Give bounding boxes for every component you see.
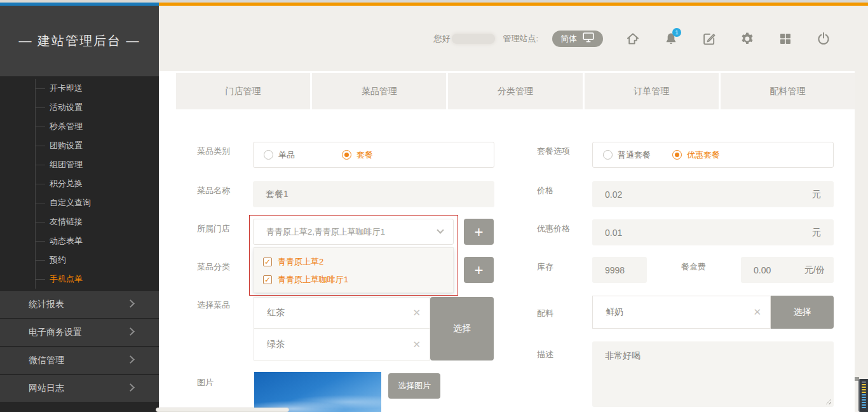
tab-store-management[interactable]: 门店管理: [176, 73, 312, 109]
sidebar-item-friend-links[interactable]: 友情链接: [50, 212, 159, 231]
tab-order-management[interactable]: 订单管理: [585, 73, 721, 109]
discount-price-unit: 元: [812, 219, 821, 245]
ingredients-label: 配料: [537, 308, 553, 319]
monitor-icon: [582, 32, 595, 45]
radio-combo[interactable]: [342, 150, 351, 160]
radio-single-item-label[interactable]: 单品: [278, 149, 295, 161]
edit-button[interactable]: [702, 31, 717, 46]
price-field[interactable]: 0.02 元: [592, 181, 834, 207]
selected-dish-value: 红茶: [267, 307, 285, 319]
sidebar-item-reservation[interactable]: 预约: [50, 251, 159, 270]
box-fee-field[interactable]: 0.00 元/份: [741, 257, 834, 283]
discount-price-field[interactable]: 0.01 元: [592, 219, 834, 245]
notification-badge: 1: [672, 28, 681, 37]
sidebar-section-site-logs[interactable]: 网站日志: [0, 374, 159, 402]
radio-single-item[interactable]: [264, 150, 273, 160]
sidebar-section-statistics[interactable]: 统计报表: [0, 290, 159, 318]
sidebar-section-wechat[interactable]: 微信管理: [0, 346, 159, 374]
price-label: 价格: [537, 185, 553, 196]
select-ingredients-button[interactable]: 选择: [771, 296, 834, 329]
store-label: 所属门店: [197, 223, 230, 235]
page: — 建站管理后台 — 开卡即送 活动设置 秒杀管理 团购设置 组团管理 积分兑换…: [0, 0, 868, 412]
sidebar-sections: 统计报表 电子商务设置 微信管理 网站日志: [0, 290, 159, 402]
dish-name-input[interactable]: [253, 181, 494, 207]
price-unit: 元: [812, 181, 821, 207]
corner-widget: [858, 379, 868, 412]
remove-dish-icon[interactable]: ✕: [412, 339, 421, 350]
box-fee-value: 0.00: [754, 265, 771, 275]
sidebar: — 建站管理后台 — 开卡即送 活动设置 秒杀管理 团购设置 组团管理 积分兑换…: [0, 6, 159, 412]
radio-combo-label[interactable]: 套餐: [356, 149, 373, 161]
username-redacted: [452, 34, 495, 44]
radio-normal-combo[interactable]: [603, 150, 613, 160]
remove-dish-icon[interactable]: ✕: [412, 307, 421, 319]
stock-label: 库存: [537, 261, 553, 273]
description-textarea[interactable]: 非常好喝: [592, 341, 834, 407]
chevron-right-icon: [126, 299, 135, 308]
sidebar-section-label: 统计报表: [29, 299, 64, 310]
language-switch-button[interactable]: 简体: [552, 31, 603, 47]
logout-power-button[interactable]: [816, 31, 831, 46]
sidebar-item-seckill-management[interactable]: 秒杀管理: [50, 117, 159, 136]
chevron-right-icon: [126, 355, 135, 364]
select-image-button[interactable]: 选择图片: [388, 373, 440, 399]
discount-price-label: 优惠价格: [537, 223, 570, 235]
dish-type-radio-group: 单品 套餐: [253, 142, 494, 168]
tab-ingredient-management[interactable]: 配料管理: [721, 73, 855, 109]
store-option-1[interactable]: ✓ 青青原上草2: [263, 253, 453, 271]
store-option-2[interactable]: ✓ 青青原上草咖啡厅1: [263, 271, 453, 289]
sidebar-section-label: 微信管理: [29, 355, 64, 366]
horizontal-scrollbar-thumb[interactable]: [156, 408, 289, 412]
main-header: 您好 管理站点: 简体 1: [159, 6, 868, 71]
app-title: — 建站管理后台 —: [18, 32, 140, 50]
radio-discount-combo[interactable]: [672, 150, 682, 160]
combo-option-radio-group: 普通套餐 优惠套餐: [592, 142, 834, 168]
home-button[interactable]: [625, 31, 641, 46]
add-dish-category-button[interactable]: +: [464, 257, 494, 283]
sidebar-item-dynamic-forms[interactable]: 动态表单: [50, 231, 159, 251]
add-store-button[interactable]: +: [464, 219, 494, 245]
sidebar-menu: 开卡即送 活动设置 秒杀管理 团购设置 组团管理 积分兑换 自定义查询 友情链接…: [0, 76, 159, 290]
remove-ingredient-icon[interactable]: ✕: [753, 306, 761, 318]
language-label: 简体: [560, 33, 577, 45]
tab-category-management[interactable]: 分类管理: [448, 73, 584, 109]
store-option-label: 青青原上草2: [278, 256, 323, 268]
sidebar-item-mobile-ordering[interactable]: 手机点单: [50, 270, 159, 289]
stock-input[interactable]: [592, 257, 647, 283]
sidebar-section-ecommerce[interactable]: 电子商务设置: [0, 318, 159, 346]
ingredients-value: 鲜奶: [593, 296, 770, 328]
selected-dish-row: 绿茶 ✕: [254, 328, 430, 360]
chevron-right-icon: [126, 383, 135, 392]
image-label: 图片: [197, 377, 214, 388]
sidebar-header: — 建站管理后台 —: [0, 6, 159, 76]
checkbox-checked-icon[interactable]: ✓: [263, 275, 272, 284]
dish-image-thumbnail: [254, 372, 381, 412]
select-dishes-button[interactable]: 选择: [430, 297, 494, 360]
sidebar-item-points-exchange[interactable]: 积分兑换: [50, 174, 159, 193]
dish-name-label: 菜品名称: [197, 185, 230, 196]
selected-dish-row: 红茶 ✕: [254, 297, 430, 329]
sidebar-item-group-management[interactable]: 组团管理: [50, 155, 159, 174]
ingredients-field[interactable]: 鲜奶 ✕: [592, 296, 771, 329]
tab-bar: 门店管理 菜品管理 分类管理 订单管理 配料管理: [176, 73, 855, 109]
notifications-button[interactable]: 1: [663, 31, 679, 46]
box-fee-unit: 元/份: [804, 257, 825, 283]
sidebar-item-custom-query[interactable]: 自定义查询: [50, 193, 159, 212]
sidebar-item-activity-settings[interactable]: 活动设置: [50, 98, 159, 117]
radio-discount-combo-label[interactable]: 优惠套餐: [687, 149, 720, 161]
sidebar-section-label: 网站日志: [29, 383, 64, 394]
greeting-text: 您好: [433, 33, 450, 45]
settings-gear-button[interactable]: [740, 31, 755, 46]
sidebar-item-open-card-gift[interactable]: 开卡即送: [50, 79, 159, 98]
radio-normal-combo-label[interactable]: 普通套餐: [618, 149, 651, 161]
sidebar-item-groupbuy-settings[interactable]: 团购设置: [50, 136, 159, 155]
tab-dish-management[interactable]: 菜品管理: [312, 73, 448, 109]
checkbox-checked-icon[interactable]: ✓: [263, 258, 272, 266]
store-option-label: 青青原上草咖啡厅1: [278, 274, 348, 285]
selected-dish-value: 绿茶: [267, 339, 285, 350]
apps-grid-button[interactable]: [778, 31, 793, 46]
dish-category-label: 菜品分类: [197, 261, 230, 273]
manage-site-label: 管理站点:: [503, 33, 538, 45]
store-select[interactable]: 青青原上草2,青青原上草咖啡厅1: [253, 219, 454, 245]
discount-price-value: 0.01: [605, 228, 622, 238]
